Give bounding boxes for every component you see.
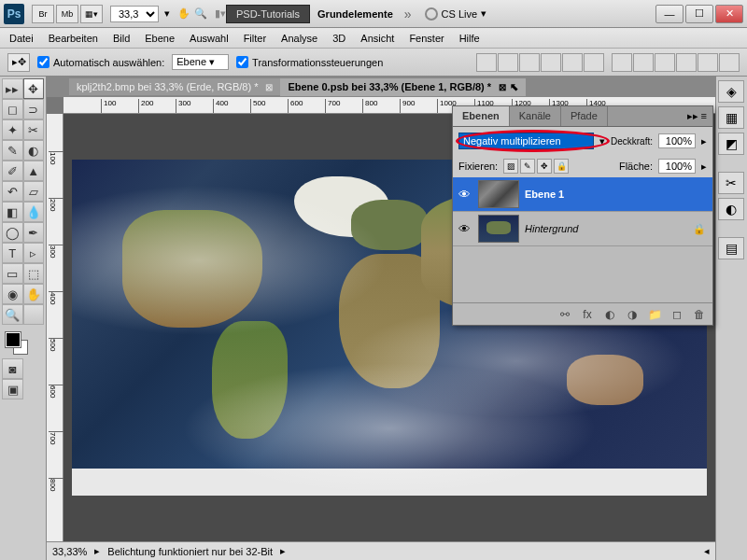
eyedropper-tool[interactable]: ✎ (2, 140, 23, 161)
workspace-button[interactable]: PSD-Tutorials (226, 5, 310, 23)
menu-ebene[interactable]: Ebene (145, 33, 175, 44)
bridge-button[interactable]: Br (32, 5, 54, 23)
gradient-tool[interactable]: ◧ (2, 202, 23, 222)
zoom-down-icon[interactable]: ▾ (164, 7, 170, 20)
opacity-input[interactable]: 100% (658, 133, 696, 148)
auto-select-checkbox[interactable]: Automatisch auswählen: (37, 56, 164, 68)
3d-cam-tool[interactable]: ◉ (2, 284, 23, 304)
menu-bild[interactable]: Bild (113, 33, 130, 44)
maximize-button[interactable]: ☐ (685, 5, 713, 23)
align-bottom[interactable] (519, 53, 540, 72)
styles-panel-icon[interactable]: ◩ (718, 133, 744, 155)
move-tool[interactable]: ✥ (23, 78, 45, 99)
fx-icon[interactable]: fx (578, 306, 597, 323)
expand-icon[interactable]: ▸▸ (2, 78, 23, 99)
layers-panel-icon[interactable]: ▤ (718, 237, 744, 259)
fill-input[interactable]: 100% (658, 159, 696, 174)
transform-checkbox[interactable]: Transformationssteuerungen (236, 56, 383, 68)
adjust-icon[interactable]: ◑ (623, 306, 641, 323)
status-zoom[interactable]: 33,33% (52, 546, 87, 557)
menu-bearbeiten[interactable]: Bearbeiten (49, 33, 98, 44)
close-button[interactable]: ✕ (715, 5, 743, 23)
layer-thumbnail[interactable] (478, 180, 519, 208)
crop-tool[interactable]: ✂ (23, 119, 45, 140)
align-top[interactable] (476, 53, 497, 72)
new-layer-icon[interactable]: ◻ (668, 306, 686, 323)
layer-name[interactable]: Hintergrund (525, 223, 687, 234)
menu-auswahl[interactable]: Auswahl (190, 33, 229, 44)
minimize-button[interactable]: — (655, 5, 684, 23)
chevron-down-icon[interactable]: ▾ (599, 135, 605, 147)
color-swatches[interactable] (2, 330, 44, 358)
tab-kanaele[interactable]: Kanäle (510, 106, 561, 126)
hand-icon[interactable]: ✋ (177, 7, 190, 20)
align-vcenter[interactable] (498, 53, 518, 72)
layer-name[interactable]: Ebene 1 (525, 189, 710, 200)
path-tool[interactable]: ▹ (23, 243, 45, 263)
zoom-tool[interactable]: 🔍 (2, 304, 23, 325)
arrange-button[interactable]: ▦▾ (80, 5, 103, 23)
panel-menu-icon[interactable]: ▸▸ ≡ (682, 106, 712, 126)
menu-hilfe[interactable]: Hilfe (459, 33, 480, 44)
screenmode-tool[interactable]: ▣ (2, 379, 23, 399)
lock-trans-icon[interactable]: ▨ (503, 159, 518, 174)
menu-datei[interactable]: Datei (9, 33, 34, 44)
trash-icon[interactable]: 🗑 (690, 306, 709, 323)
minibridge-button[interactable]: Mb (56, 5, 78, 23)
mask-panel-icon[interactable]: ◐ (718, 198, 744, 220)
lasso-tool[interactable]: ⊃ (23, 99, 45, 119)
visibility-icon[interactable]: 👁 (456, 222, 472, 236)
stamp-tool[interactable]: ▲ (23, 161, 45, 181)
align-hcenter[interactable] (562, 53, 583, 72)
3d-tool[interactable]: ⬚ (23, 263, 45, 284)
auto-select-dropdown[interactable]: Ebene ▾ (172, 54, 229, 70)
dist-right[interactable] (719, 53, 740, 72)
close-tab-icon[interactable]: ⊠ (499, 82, 506, 92)
zoom-select[interactable]: 33,3 (110, 6, 159, 22)
align-left[interactable] (541, 53, 561, 72)
mask-icon[interactable]: ◐ (600, 306, 619, 323)
layer-item[interactable]: 👁 Hintergrund 🔒 (453, 212, 712, 246)
history-brush-tool[interactable]: ↶ (2, 181, 23, 202)
wand-tool[interactable]: ✦ (2, 119, 23, 140)
scroll-left-icon[interactable]: ◂ (704, 545, 710, 557)
lock-pixel-icon[interactable]: ✎ (520, 159, 535, 174)
fg-swatch[interactable] (6, 332, 21, 347)
layer-thumbnail[interactable] (478, 215, 519, 243)
shape-tool[interactable]: ▭ (2, 263, 23, 284)
tab-pfade[interactable]: Pfade (561, 106, 608, 126)
hand-tool[interactable]: ✋ (23, 284, 45, 304)
eraser-tool[interactable]: ▱ (23, 181, 45, 202)
folder-icon[interactable]: 📁 (645, 306, 664, 323)
menu-ansicht[interactable]: Ansicht (360, 33, 394, 44)
adjust-panel-icon[interactable]: ✂ (718, 172, 744, 194)
zoom-icon[interactable]: 🔍 (194, 7, 207, 20)
marquee-tool[interactable]: ◻ (2, 99, 23, 119)
menu-filter[interactable]: Filter (244, 33, 266, 44)
swatches-panel-icon[interactable]: ▦ (718, 106, 744, 129)
menu-fenster[interactable]: Fenster (409, 33, 444, 44)
lock-pos-icon[interactable]: ✥ (537, 159, 552, 174)
color-panel-icon[interactable]: ◈ (718, 80, 744, 103)
visibility-icon[interactable]: 👁 (456, 188, 472, 202)
align-right[interactable] (584, 53, 604, 72)
menu-analyse[interactable]: Analyse (281, 33, 317, 44)
move-tool-indicator[interactable]: ▸✥ (7, 53, 30, 72)
dist-top[interactable] (612, 53, 632, 72)
doc-tab-2[interactable]: Ebene 0.psb bei 33,3% (Ebene 1, RGB/8) *… (280, 78, 526, 96)
tab-ebenen[interactable]: Ebenen (453, 106, 510, 126)
brush-tool[interactable]: ✐ (2, 161, 23, 181)
dist-vcenter[interactable] (633, 53, 654, 72)
dist-hcenter[interactable] (698, 53, 718, 72)
opacity-arrow-icon[interactable]: ▸ (701, 135, 707, 147)
quickmask-tool[interactable]: ◙ (2, 358, 23, 379)
type-tool[interactable]: T (2, 243, 23, 263)
layer-item[interactable]: 👁 Ebene 1 (453, 177, 712, 212)
lock-all-icon[interactable]: 🔒 (554, 159, 569, 174)
blend-mode-dropdown[interactable]: Negativ multiplizieren (458, 133, 594, 149)
cslive-button[interactable]: CS Live ▾ (425, 7, 487, 21)
dist-left[interactable] (676, 53, 697, 72)
menu-3d[interactable]: 3D (332, 33, 345, 44)
pen-tool[interactable]: ✒ (23, 222, 45, 243)
dodge-tool[interactable]: ◯ (2, 222, 23, 243)
